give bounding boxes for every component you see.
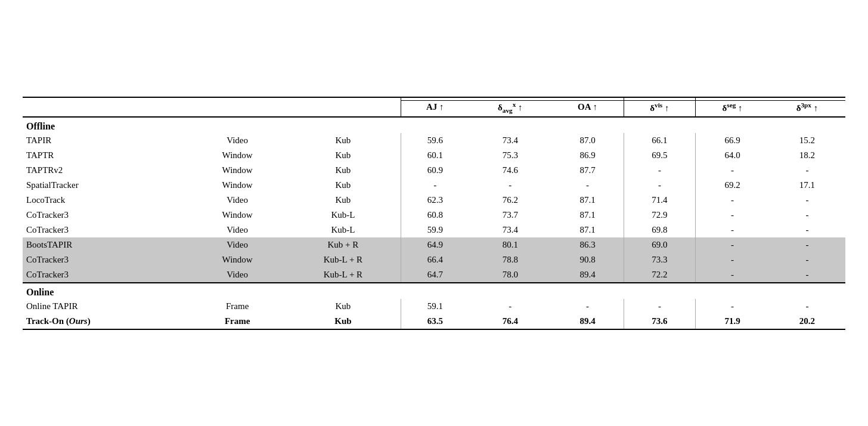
delta-vis-cell: 69.8: [624, 223, 695, 237]
delta-avg-cell: 78.8: [469, 252, 551, 267]
oa-cell: 89.4: [551, 314, 624, 329]
oa-col-header: OA ↑: [551, 100, 624, 117]
aj-cell: 64.9: [401, 237, 469, 252]
delta-vis-cell: 73.6: [624, 314, 695, 329]
input-col-header: [190, 100, 286, 117]
delta-3px-cell: -: [769, 208, 845, 223]
model-cell: CoTracker3: [23, 267, 190, 283]
model-cell: TAPIR: [23, 133, 190, 148]
aj-cell: 62.3: [401, 193, 469, 208]
model-cell: TAPTRv2: [23, 163, 190, 178]
train-cell: Kub: [286, 193, 401, 208]
aj-cell: 59.9: [401, 223, 469, 237]
section-header-online: Online: [23, 283, 845, 299]
delta-vis-cell: 72.9: [624, 208, 695, 223]
aj-cell: 60.1: [401, 148, 469, 163]
aj-cell: 66.4: [401, 252, 469, 267]
oa-cell: 86.3: [551, 237, 624, 252]
delta-3px-cell: 15.2: [769, 133, 845, 148]
aj-cell: 60.8: [401, 208, 469, 223]
delta-seg-cell: -: [696, 163, 769, 178]
delta-vis-cell: -: [624, 299, 695, 314]
table-row: TAPTRv2WindowKub60.974.687.7---: [23, 163, 845, 178]
delta-vis-cell: -: [624, 178, 695, 193]
delta-3px-cell: 17.1: [769, 178, 845, 193]
delta-avg-col-header: δavgx ↑: [469, 100, 551, 117]
delta-seg-cell: -: [696, 193, 769, 208]
table-row: CoTracker3WindowKub-L60.873.787.172.9--: [23, 208, 845, 223]
delta-avg-cell: 73.7: [469, 208, 551, 223]
delta-seg-cell: 69.2: [696, 178, 769, 193]
model-cell: CoTracker3: [23, 252, 190, 267]
input-cell: Video: [190, 193, 286, 208]
delta-vis-cell: -: [624, 163, 695, 178]
oa-cell: 90.8: [551, 252, 624, 267]
oa-cell: 89.4: [551, 267, 624, 283]
delta-avg-cell: 75.3: [469, 148, 551, 163]
train-cell: Kub: [286, 314, 401, 329]
delta-avg-cell: 76.2: [469, 193, 551, 208]
input-cell: Video: [190, 267, 286, 283]
train-cell: Kub-L: [286, 208, 401, 223]
aj-cell: 59.6: [401, 133, 469, 148]
aj-cell: 63.5: [401, 314, 469, 329]
delta-seg-cell: 71.9: [696, 314, 769, 329]
oa-cell: 86.9: [551, 148, 624, 163]
table-row: BootsTAPIRVideoKub + R64.980.186.369.0--: [23, 237, 845, 252]
section-header-offline: Offline: [23, 117, 845, 133]
delta-avg-cell: 74.6: [469, 163, 551, 178]
delta-avg-cell: 73.4: [469, 133, 551, 148]
delta-3px-cell: -: [769, 252, 845, 267]
aj-col-header: AJ ↑: [401, 100, 469, 117]
train-cell: Kub: [286, 299, 401, 314]
model-cell: CoTracker3: [23, 208, 190, 223]
delta-avg-cell: 78.0: [469, 267, 551, 283]
header-sub-row: AJ ↑ δavgx ↑ OA ↑ δvis ↑ δseg ↑ δ3px ↑: [23, 100, 845, 117]
input-cell: Frame: [190, 314, 286, 329]
delta-3px-cell: -: [769, 237, 845, 252]
model-col-header: [23, 100, 190, 117]
aj-cell: -: [401, 178, 469, 193]
aj-cell: 64.7: [401, 267, 469, 283]
delta-avg-cell: 76.4: [469, 314, 551, 329]
oa-cell: -: [551, 178, 624, 193]
oa-cell: 87.0: [551, 133, 624, 148]
input-cell: Window: [190, 178, 286, 193]
model-cell: TAPTR: [23, 148, 190, 163]
delta-3px-cell: -: [769, 299, 845, 314]
train-cell: Kub + R: [286, 237, 401, 252]
section-label-offline: Offline: [23, 117, 845, 133]
model-cell: LocoTrack: [23, 193, 190, 208]
model-cell: Track-On (Ours): [23, 314, 190, 329]
table-row: LocoTrackVideoKub62.376.287.171.4--: [23, 193, 845, 208]
delta-vis-cell: 69.5: [624, 148, 695, 163]
input-cell: Window: [190, 252, 286, 267]
delta-3px-cell: -: [769, 223, 845, 237]
delta-seg-cell: -: [696, 252, 769, 267]
table-row: TAPIRVideoKub59.673.487.066.166.915.2: [23, 133, 845, 148]
input-cell: Video: [190, 237, 286, 252]
delta-seg-cell: -: [696, 267, 769, 283]
table-row: CoTracker3VideoKub-L59.973.487.169.8--: [23, 223, 845, 237]
table-row: CoTracker3VideoKub-L + R64.778.089.472.2…: [23, 267, 845, 283]
delta-seg-cell: 64.0: [696, 148, 769, 163]
comparison-table: AJ ↑ δavgx ↑ OA ↑ δvis ↑ δseg ↑ δ3px ↑ O…: [23, 97, 845, 330]
oa-cell: -: [551, 299, 624, 314]
train-cell: Kub-L + R: [286, 252, 401, 267]
delta-vis-col-header: δvis ↑: [624, 100, 695, 117]
delta-3px-cell: -: [769, 267, 845, 283]
table-body: OfflineTAPIRVideoKub59.673.487.066.166.9…: [23, 117, 845, 329]
train-col-header: [286, 100, 401, 117]
delta-3px-cell: -: [769, 193, 845, 208]
train-cell: Kub: [286, 178, 401, 193]
delta-vis-cell: 69.0: [624, 237, 695, 252]
delta-3px-cell: 20.2: [769, 314, 845, 329]
table-container: AJ ↑ δavgx ↑ OA ↑ δvis ↑ δseg ↑ δ3px ↑ O…: [23, 97, 845, 330]
delta-seg-col-header: δseg ↑: [696, 100, 769, 117]
delta-seg-cell: -: [696, 299, 769, 314]
table-row: Online TAPIRFrameKub59.1-----: [23, 299, 845, 314]
input-cell: Video: [190, 133, 286, 148]
section-label-online: Online: [23, 283, 845, 299]
aj-cell: 59.1: [401, 299, 469, 314]
table-row: CoTracker3WindowKub-L + R66.478.890.873.…: [23, 252, 845, 267]
